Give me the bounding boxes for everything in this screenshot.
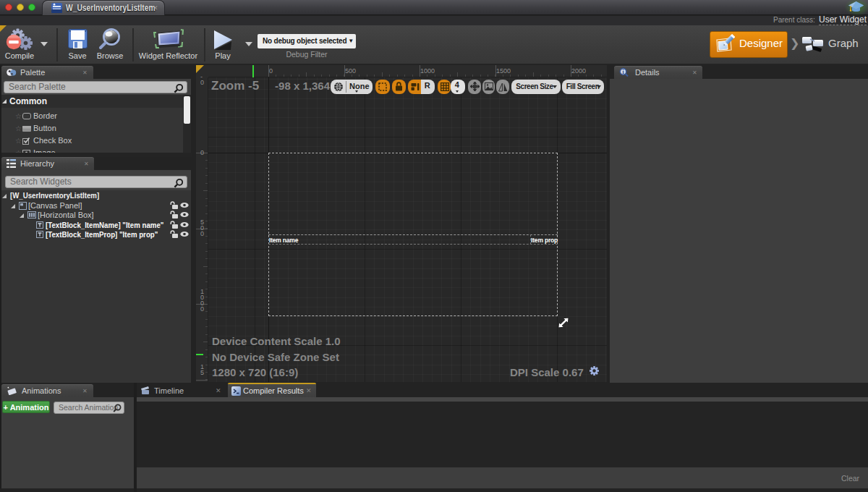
svg-text:i: i bbox=[622, 69, 624, 75]
